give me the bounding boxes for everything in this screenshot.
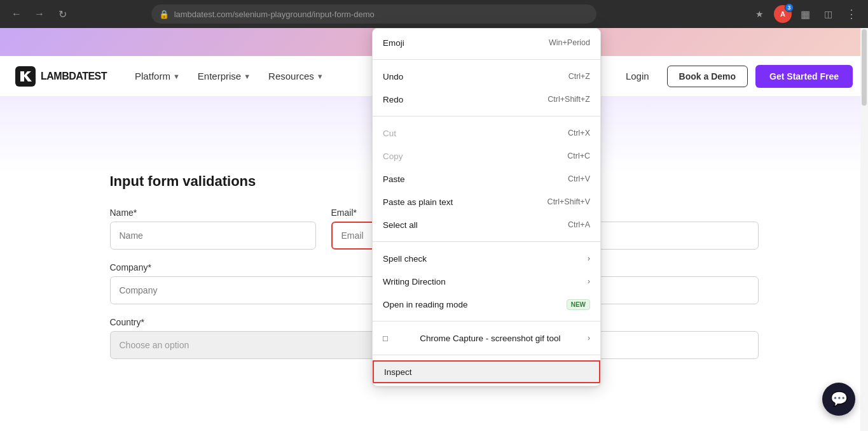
context-menu-reading-mode[interactable]: Open in reading mode NEW (373, 293, 600, 316)
nav-enterprise-label: Enterprise (198, 71, 241, 81)
browser-action-bar: ★ A 3 ▦ ◫ ⋮ (751, 5, 860, 23)
divider-1 (373, 59, 600, 60)
undo-label: Undo (383, 72, 403, 81)
divider-5 (373, 355, 600, 355)
inspect-label: Inspect (384, 367, 412, 372)
address-bar[interactable]: 🔒 lambdatest.com/selenium-playground/inp… (151, 4, 596, 24)
back-button[interactable]: ← (8, 5, 25, 23)
spell-check-label: Spell check (383, 254, 427, 264)
main-nav: Platform ▼ Enterprise ▼ Resources ▼ (127, 66, 331, 87)
emoji-label: Emoji (383, 38, 404, 48)
split-view-button[interactable]: ◫ (820, 5, 837, 23)
paste-plain-label: Paste as plain text (383, 197, 453, 207)
nav-item-resources[interactable]: Resources ▼ (261, 66, 331, 87)
context-menu-clipboard-section: Cut Ctrl+X Copy Ctrl+C Paste Ctrl+V Past… (373, 119, 600, 239)
redo-label: Redo (383, 95, 403, 104)
context-menu-emoji[interactable]: Emoji Win+Period (373, 31, 600, 54)
nav-platform-chevron-icon: ▼ (173, 73, 180, 80)
profile-badge: 3 (785, 3, 794, 12)
nav-resources-chevron-icon: ▼ (317, 73, 324, 80)
copy-shortcut: Ctrl+C (567, 152, 590, 160)
context-menu-tools-section: Spell check › Writing Direction › Open i… (373, 244, 600, 318)
paste-plain-shortcut: Ctrl+Shift+V (548, 197, 590, 206)
bookmark-button[interactable]: ★ (751, 5, 769, 23)
nav-item-platform[interactable]: Platform ▼ (127, 66, 188, 87)
divider-4 (373, 321, 600, 321)
context-menu-select-all[interactable]: Select all Ctrl+A (373, 213, 600, 236)
context-menu-extensions-section: □ Chrome Capture - screenshot gif tool › (373, 324, 600, 352)
get-started-button[interactable]: Get Started Free (755, 65, 853, 88)
browser-chrome: ← → ↻ 🔒 lambdatest.com/selenium-playgrou… (0, 0, 868, 28)
context-menu-redo[interactable]: Redo Ctrl+Shift+Z (373, 88, 600, 111)
copy-label: Copy (383, 152, 403, 161)
writing-direction-arrow-icon: › (588, 277, 590, 286)
context-menu-edit-section: Undo Ctrl+Z Redo Ctrl+Shift+Z (373, 62, 600, 113)
reading-mode-label: Open in reading mode (383, 300, 468, 309)
redo-shortcut: Ctrl+Shift+Z (548, 95, 590, 104)
nav-item-enterprise[interactable]: Enterprise ▼ (190, 66, 258, 87)
nav-resources-label: Resources (268, 71, 314, 81)
url-text: lambdatest.com/selenium-playground/input… (174, 10, 375, 19)
header-right: Login Book a Demo Get Started Free (616, 65, 853, 88)
nav-platform-label: Platform (135, 71, 170, 81)
name-input[interactable] (110, 222, 316, 250)
forward-button[interactable]: → (31, 5, 48, 23)
divider-2 (373, 116, 600, 117)
scrollbar-thumb[interactable] (862, 29, 867, 106)
context-menu-inspect[interactable]: Inspect (373, 360, 600, 372)
select-all-shortcut: Ctrl+A (568, 220, 590, 229)
context-menu-paste[interactable]: Paste Ctrl+V (373, 167, 600, 190)
context-menu-top-section: Emoji Win+Period (373, 29, 600, 57)
book-demo-button[interactable]: Book a Demo (667, 66, 748, 87)
page-scrollbar[interactable] (860, 28, 868, 372)
context-menu-chrome-capture[interactable]: □ Chrome Capture - screenshot gif tool › (373, 327, 600, 350)
context-menu-copy[interactable]: Copy Ctrl+C (373, 145, 600, 167)
logo-icon (15, 66, 36, 87)
logo-text: LAMBDATEST (41, 71, 107, 82)
reload-button[interactable]: ↻ (53, 5, 71, 23)
writing-direction-label: Writing Direction (383, 277, 446, 286)
login-button[interactable]: Login (616, 66, 659, 87)
logo[interactable]: LAMBDATEST (15, 66, 107, 87)
cut-shortcut: Ctrl+X (568, 129, 590, 138)
undo-shortcut: Ctrl+Z (568, 72, 590, 81)
name-label: Name* (110, 208, 316, 218)
select-all-label: Select all (383, 220, 418, 230)
more-button[interactable]: ⋮ (843, 5, 860, 23)
context-menu-dev-section: Inspect (373, 358, 600, 372)
emoji-shortcut: Win+Period (549, 38, 590, 47)
context-menu-cut[interactable]: Cut Ctrl+X (373, 122, 600, 145)
chrome-capture-label: Chrome Capture - screenshot gif tool (420, 334, 560, 343)
nav-enterprise-chevron-icon: ▼ (244, 73, 251, 80)
divider-3 (373, 241, 600, 242)
context-menu: Emoji Win+Period Undo Ctrl+Z Redo Ctrl+S… (372, 28, 601, 372)
context-menu-paste-plain[interactable]: Paste as plain text Ctrl+Shift+V (373, 190, 600, 213)
form-group-name: Name* (110, 208, 316, 250)
cut-label: Cut (383, 129, 396, 138)
chrome-capture-icon: □ (383, 334, 388, 343)
context-menu-undo[interactable]: Undo Ctrl+Z (373, 65, 600, 88)
spell-check-arrow-icon: › (588, 254, 590, 263)
reading-mode-badge: NEW (567, 299, 590, 310)
extensions-button[interactable]: ▦ (797, 5, 815, 23)
paste-label: Paste (383, 174, 405, 184)
context-menu-writing-direction[interactable]: Writing Direction › (373, 270, 600, 293)
chrome-capture-arrow-icon: › (588, 334, 590, 343)
context-menu-spell-check[interactable]: Spell check › (373, 247, 600, 270)
profile-avatar[interactable]: A 3 (774, 5, 792, 23)
paste-shortcut: Ctrl+V (568, 174, 590, 183)
lock-icon: 🔒 (159, 10, 169, 19)
